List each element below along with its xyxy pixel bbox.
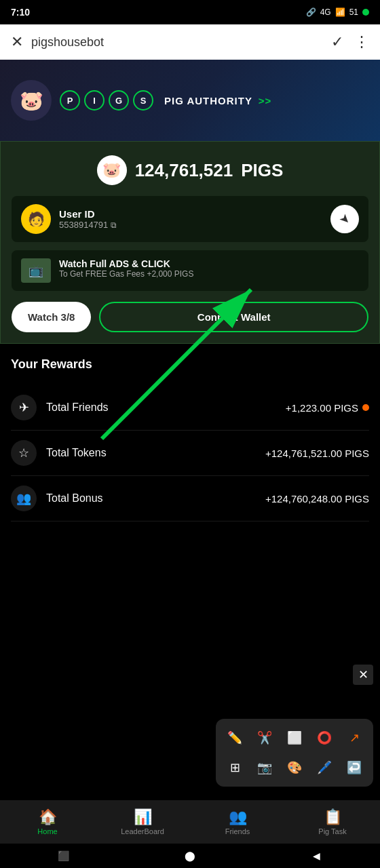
user-id-label: User ID (59, 208, 330, 220)
toolbar-camera[interactable]: 📷 (251, 754, 278, 781)
home-label: Home (37, 827, 57, 835)
android-square-button[interactable]: ⬛ (53, 849, 73, 863)
reward-row-friends: ✈ Total Friends +1,223.00 PIGS (11, 385, 369, 431)
token-amount: 124,761,521 (135, 160, 233, 181)
nav-item-leaderboard[interactable]: 📊 LeaderBoard (95, 800, 190, 844)
home-icon: 🏠 (39, 808, 57, 826)
nav-bar: ✕ pigshousebot ✓ ⋮ (0, 24, 380, 60)
copy-icon[interactable]: ⧉ (111, 220, 117, 230)
status-4g: 4G (320, 7, 331, 17)
toolbar-undo[interactable]: ↩️ (341, 754, 368, 781)
tokens-label: Total Tokens (46, 447, 265, 459)
toolbar-grid[interactable]: ⊞ (221, 754, 248, 781)
group-icon: 👥 (16, 491, 31, 506)
ads-box: 📺 Watch Full ADS & CLICK To Get FREE Gas… (12, 250, 368, 291)
hero-banner: 🐷 P I G S PIG AUTHORITY >> (0, 60, 380, 141)
android-back-button[interactable]: ◀ (307, 849, 327, 863)
nav-close-button[interactable]: ✕ (11, 33, 23, 51)
token-symbol: PIGS (241, 160, 283, 181)
leaderboard-icon: 📊 (134, 808, 152, 826)
android-nav-bar: ⬛ ⬤ ◀ (0, 844, 380, 868)
nav-item-friends[interactable]: 👥 Friends (190, 800, 285, 844)
bottom-nav: 🏠 Home 📊 LeaderBoard 👥 Friends 📋 Pig Tas… (0, 800, 380, 844)
nav-item-home[interactable]: 🏠 Home (0, 800, 95, 844)
status-battery-dot (362, 9, 369, 16)
android-home-button[interactable]: ⬤ (180, 849, 200, 863)
tokens-value: +124,761,521.00 PIGS (265, 448, 369, 459)
main-card: 🐷 124,761,521 PIGS 🧑 User ID 5538914791 … (0, 141, 380, 344)
send-icon: ➤ (336, 210, 354, 228)
bonus-label: Total Bonus (46, 492, 265, 505)
pig-emoji: 🐷 (20, 90, 43, 112)
nav-check-button[interactable]: ✓ (331, 33, 343, 51)
ads-subtitle: To Get FREE Gas Fees +2,000 PIGS (59, 269, 359, 279)
letter-s: S (133, 90, 153, 111)
toolbar-circle[interactable]: ⭕ (311, 724, 338, 751)
bottom-spacer (0, 535, 380, 671)
ads-icon: 📺 (21, 258, 51, 283)
friends-nav-label: Friends (225, 827, 250, 835)
status-bars: 📶 (335, 7, 345, 17)
friends-value: +1,223.00 PIGS (286, 402, 358, 414)
token-display: 🐷 124,761,521 PIGS (12, 155, 368, 185)
friends-nav-icon: 👥 (229, 808, 247, 826)
action-buttons: Watch 3/8 Connect Wallet (12, 302, 368, 332)
status-indicators: 🔗 4G 📶 51 (306, 7, 369, 17)
ads-text: Watch Full ADS & CLICK To Get FREE Gas F… (59, 258, 359, 279)
reward-row-tokens: ☆ Total Tokens +124,761,521.00 PIGS (11, 431, 369, 476)
bonus-icon-circle: 👥 (11, 486, 37, 511)
user-id-value: 5538914791 ⧉ (59, 220, 330, 230)
pigtask-icon: 📋 (324, 808, 342, 826)
nav-more-button[interactable]: ⋮ (354, 33, 369, 51)
rewards-title: Your Rewards (11, 357, 369, 372)
friends-icon-circle: ✈ (11, 395, 37, 420)
toolbar-eraser[interactable]: ✂️ (251, 724, 278, 751)
pigtask-label: Pig Task (318, 827, 346, 835)
user-avatar: 🧑 (21, 204, 51, 234)
nav-item-pigtask[interactable]: 📋 Pig Task (285, 800, 380, 844)
letter-i: I (84, 90, 104, 111)
friends-label: Total Friends (46, 401, 286, 414)
letter-p: P (60, 90, 80, 111)
status-battery-value: 51 (349, 7, 358, 17)
floating-toolbar: ✏️ ✂️ ⬜ ⭕ ↗ ⊞ 📷 🎨 🖊️ ↩️ (216, 719, 373, 787)
authority-arrows: >> (259, 95, 272, 106)
toolbar-pen[interactable]: 🖊️ (311, 754, 338, 781)
leaderboard-label: LeaderBoard (121, 827, 164, 835)
send-button[interactable]: ➤ (330, 205, 359, 233)
star-icon: ☆ (18, 446, 29, 460)
toolbar-color[interactable]: 🎨 (281, 754, 308, 781)
close-overlay-button[interactable]: ✕ (353, 665, 373, 685)
reward-row-bonus: 👥 Total Bonus +124,760,248.00 PIGS (11, 476, 369, 521)
hero-letters: P I G S (60, 90, 153, 111)
rewards-section: Your Rewards ✈ Total Friends +1,223.00 P… (0, 344, 380, 535)
connect-wallet-button[interactable]: Connect Wallet (99, 302, 368, 332)
status-time: 7:10 (11, 7, 30, 18)
status-bar: 7:10 🔗 4G 📶 51 (0, 0, 380, 24)
letter-g: G (109, 90, 129, 111)
toolbar-rectangle[interactable]: ⬜ (281, 724, 308, 751)
token-pig-icon: 🐷 (97, 155, 127, 185)
user-id-box: 🧑 User ID 5538914791 ⧉ ➤ (12, 196, 368, 242)
status-signal: 🔗 (306, 7, 316, 17)
toolbar-arrow[interactable]: ↗ (341, 724, 368, 751)
tokens-icon-circle: ☆ (11, 440, 37, 466)
pig-logo: 🐷 (11, 80, 52, 121)
toolbar-pencil[interactable]: ✏️ (221, 724, 248, 751)
bonus-value: +124,760,248.00 PIGS (265, 493, 369, 505)
friends-indicator (362, 404, 369, 411)
user-info: User ID 5538914791 ⧉ (59, 208, 330, 230)
pig-authority-label: PIG AUTHORITY >> (164, 95, 271, 106)
ads-title: Watch Full ADS & CLICK (59, 258, 359, 269)
telegram-icon: ✈ (19, 400, 29, 415)
watch-button[interactable]: Watch 3/8 (12, 302, 91, 332)
nav-title: pigshousebot (31, 35, 331, 50)
